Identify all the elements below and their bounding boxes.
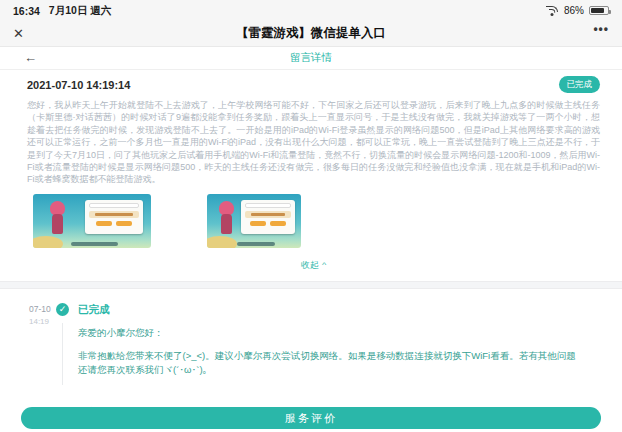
reply-greeting: 亲爱的小摩尔您好： [78, 327, 622, 340]
caret-up-icon: ^ [322, 261, 326, 269]
page-title: 【雷霆游戏】微信提单入口 [236, 25, 386, 42]
back-icon[interactable]: ← [24, 50, 37, 65]
timeline: 07-10 14:19 ✓ 已完成 亲爱的小摩尔您好： 非常抱歉给您带来不便了(… [0, 289, 622, 419]
collapse-toggle[interactable]: 收起^ [27, 259, 600, 272]
more-menu-icon[interactable]: ••• [593, 22, 609, 36]
check-icon: ✓ [56, 303, 69, 316]
status-date: 7月10日 週六 [49, 4, 111, 18]
status-badge: 已完成 [559, 76, 601, 93]
subheader-title: 留言详情 [290, 51, 332, 65]
attachments [33, 194, 600, 248]
timeline-entry-completed: 07-10 14:19 ✓ 已完成 亲爱的小摩尔您好： 非常抱歉给您带来不便了(… [0, 303, 622, 377]
entry-time: 14:19 [29, 317, 63, 326]
close-icon[interactable]: ✕ [13, 25, 24, 43]
error-dialog-graphic [85, 200, 143, 234]
subheader: ← 留言详情 [0, 47, 622, 70]
section-divider [0, 281, 622, 289]
service-review-button[interactable]: 服务评价 [21, 407, 601, 429]
attachment-thumbnail-2[interactable] [207, 194, 301, 248]
ticket-datetime: 2021-07-10 14:19:14 [27, 79, 130, 91]
reply-text: 非常抱歉给您带来不便了(>_<)。建议小摩尔再次尝试切换网络。如果是移动数据连接… [78, 349, 583, 377]
status-time: 16:34 [13, 5, 40, 17]
status-bar: 16:34 7月10日 週六 86% [0, 0, 622, 21]
ticket-detail: 2021-07-10 14:19:14 已完成 您好，我从昨天上午开始就登陆不上… [0, 70, 622, 272]
wifi-icon [546, 6, 559, 16]
error-dialog-graphic [241, 200, 295, 234]
ticket-message: 您好，我从昨天上午开始就登陆不上去游戏了，上午学校网络可能不好，下午回家之后还可… [27, 99, 600, 186]
attachment-thumbnail-1[interactable] [33, 194, 151, 248]
battery-icon [589, 6, 609, 15]
nav-bar: ✕ 【雷霆游戏】微信提单入口 ••• [0, 21, 622, 47]
battery-percent: 86% [564, 5, 584, 16]
entry-status: 已完成 [78, 303, 622, 317]
